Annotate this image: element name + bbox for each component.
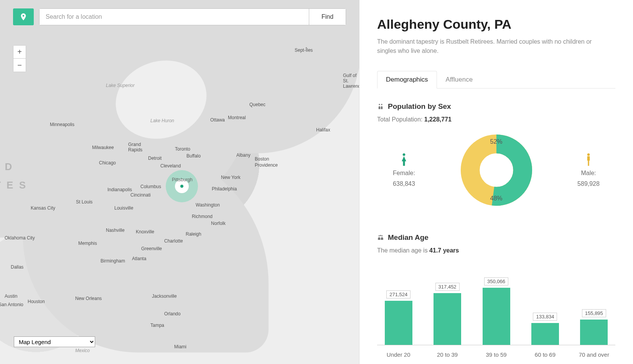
- city-label: Nashville: [106, 228, 125, 233]
- donut-top-label: 52%: [490, 138, 502, 145]
- city-label: Memphis: [78, 241, 97, 246]
- city-label: Raleigh: [186, 231, 201, 237]
- city-label: Greenville: [141, 246, 162, 251]
- city-label: Cleveland: [160, 163, 181, 169]
- bar-category-label: 39 to 59: [479, 351, 514, 358]
- population-donut: 52% 48%: [460, 134, 533, 207]
- city-label: Columbus: [140, 184, 161, 189]
- bar: [531, 323, 559, 345]
- city-label: Knoxville: [136, 229, 154, 234]
- city-label: St Louis: [76, 199, 92, 205]
- city-grand-rapids: Grand Rapids: [128, 142, 142, 152]
- age-bar-labels: Under 2020 to 3939 to 5960 to 6970 and o…: [377, 349, 615, 358]
- zoom-out-button[interactable]: −: [13, 59, 26, 72]
- city-label: Quebec: [249, 102, 265, 107]
- bar-value-label: 350,066: [484, 277, 508, 285]
- city-label: Boston: [255, 156, 269, 162]
- zoom-control: + −: [13, 45, 26, 72]
- detail-pane[interactable]: Allegheny County, PA The dominant tapest…: [359, 0, 633, 364]
- tab-affluence[interactable]: Affluence: [437, 71, 482, 89]
- city-label: Washington: [196, 202, 220, 208]
- section-heading-population: Population by Sex: [377, 102, 615, 111]
- city-label: Buffalo: [186, 153, 201, 159]
- city-label: Detroit: [148, 156, 162, 161]
- city-label: Kansas City: [31, 205, 55, 211]
- people-icon: [377, 103, 384, 110]
- svg-point-7: [380, 235, 381, 236]
- search-row: Find: [13, 8, 346, 25]
- city-label: Milwaukee: [92, 145, 114, 150]
- svg-point-2: [403, 153, 406, 156]
- group-icon: [377, 234, 384, 241]
- city-label: Houston: [28, 299, 45, 304]
- map-label-septiles: Sept-Îles: [295, 48, 313, 53]
- tabs: Demographics Affluence: [377, 71, 615, 89]
- female-icon: [400, 153, 408, 166]
- state-label2: T E S: [0, 179, 27, 191]
- bar: [434, 293, 461, 345]
- city-label: Indianapolis: [107, 187, 132, 192]
- city-label: Charlotte: [164, 238, 183, 244]
- map-pane[interactable]: E D T E S Lake Superior Lake Huron Grand…: [0, 0, 359, 364]
- city-label: Miami: [174, 344, 186, 349]
- bar-value-label: 155,895: [582, 309, 606, 317]
- map-label-gulfstl: Gulf of St. Lawrence: [343, 73, 359, 89]
- locate-button[interactable]: [13, 8, 34, 25]
- find-button[interactable]: Find: [309, 9, 346, 25]
- state-label: E D: [0, 161, 13, 173]
- city-label: Norfolk: [211, 221, 226, 226]
- city-label: Dallas: [11, 264, 23, 270]
- bar: [483, 288, 510, 345]
- map-legend-select[interactable]: Map Legend: [14, 336, 95, 347]
- page-subtitle: The dominant tapestry is Rustbelt Retire…: [377, 37, 600, 56]
- bar-category-label: 20 to 39: [430, 351, 465, 358]
- male-block: Male: 589,928: [562, 153, 615, 187]
- city-label: Chicago: [99, 160, 116, 166]
- city-label: Halifax: [316, 127, 330, 133]
- zoom-in-button[interactable]: +: [13, 46, 26, 59]
- city-label: Jacksonville: [152, 293, 177, 299]
- bar-value-label: 317,452: [435, 283, 460, 291]
- city-label: Albany: [236, 152, 251, 158]
- city-label: Richmond: [192, 214, 213, 219]
- city-label: Montreal: [228, 115, 246, 120]
- bar: [385, 301, 412, 345]
- city-label: Orlando: [164, 311, 181, 316]
- focus-city-label: Pittsburgh: [172, 177, 193, 182]
- page-title: Allegheny County, PA: [377, 17, 615, 32]
- total-population: Total Population: 1,228,771: [377, 116, 615, 123]
- svg-point-5: [587, 153, 590, 156]
- bar-col: 155,895: [577, 309, 612, 345]
- city-label: Oklahoma City: [5, 235, 35, 241]
- bar-col: 271,524: [381, 290, 416, 345]
- city-label: Cincinnati: [130, 192, 151, 198]
- city-label: Providence: [255, 162, 278, 168]
- city-label: Tampa: [150, 323, 164, 328]
- pin-icon: [19, 13, 28, 21]
- male-icon: [585, 153, 592, 166]
- search-wrap: Find: [39, 8, 346, 25]
- city-label: New York: [221, 175, 241, 180]
- search-input[interactable]: [40, 9, 309, 25]
- median-age-blurb: The median age is 41.7 years: [377, 247, 615, 254]
- city-label: Louisville: [114, 205, 133, 211]
- lake-label-huron: Lake Huron: [150, 118, 174, 123]
- svg-point-1: [381, 104, 382, 105]
- bar: [580, 320, 608, 345]
- city-label: Minneapolis: [50, 122, 74, 127]
- tab-demographics[interactable]: Demographics: [377, 71, 437, 89]
- lake-label: Lake Superior: [106, 83, 135, 88]
- population-row: Female: 638,843 52% 48% Male: 589,928: [377, 134, 615, 207]
- section-heading-age: Median Age: [377, 233, 615, 242]
- bar-category-label: 70 and over: [577, 351, 612, 358]
- bar-value-label: 271,524: [386, 290, 410, 298]
- svg-point-6: [379, 235, 380, 236]
- city-label: Philadelphia: [212, 186, 237, 192]
- bar-col: 317,452: [430, 283, 465, 345]
- svg-point-0: [379, 104, 380, 105]
- city-label: Austin: [5, 293, 17, 299]
- city-label: Toronto: [175, 146, 190, 152]
- age-bar-chart: 271,524317,452350,066133,834155,895: [377, 265, 615, 345]
- svg-point-8: [381, 235, 382, 236]
- city-label: Birmingham: [101, 258, 125, 264]
